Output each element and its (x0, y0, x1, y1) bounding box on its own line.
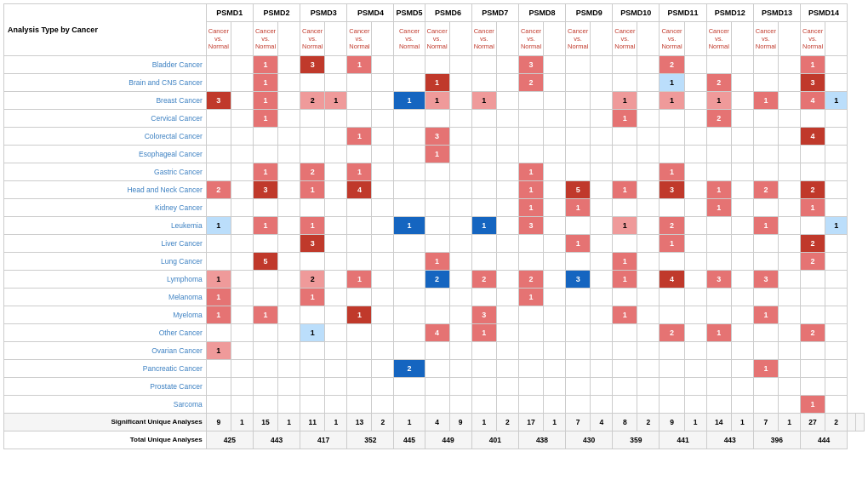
data-cell (544, 146, 566, 163)
data-cell (591, 306, 613, 324)
data-cell (372, 235, 394, 253)
sub-psmd8-b (544, 22, 566, 56)
row-label: Pancreatic Cancer (4, 360, 207, 378)
data-cell (660, 253, 684, 271)
sig-cell: 4 (591, 414, 613, 431)
data-cell (566, 163, 591, 181)
data-cell (496, 324, 518, 342)
data-cell: 2 (660, 217, 684, 235)
data-cell (566, 306, 591, 324)
data-cell: 3 (300, 235, 325, 253)
data-cell (496, 396, 518, 414)
data-cell (372, 74, 394, 92)
sig-cell: 11 (300, 414, 325, 431)
row-label: Melanoma (4, 289, 207, 306)
data-cell (753, 199, 778, 217)
data-cell: 2 (801, 181, 825, 199)
sig-cell: 14 (706, 414, 731, 431)
data-cell (231, 378, 253, 396)
data-cell: 2 (706, 74, 731, 92)
data-cell (637, 253, 660, 271)
data-cell (779, 271, 801, 289)
data-cell: 1 (706, 324, 731, 342)
data-cell (449, 146, 471, 163)
data-cell (372, 110, 394, 128)
data-cell (325, 253, 347, 271)
data-cell (684, 199, 706, 217)
data-cell (518, 235, 543, 253)
row-label: Gastric Cancer (4, 163, 207, 181)
col-psmd8: PSMD8 (518, 4, 565, 22)
data-cell (637, 235, 660, 253)
data-cell: 2 (706, 110, 731, 128)
sig-cell (856, 414, 865, 431)
data-cell (779, 217, 801, 235)
data-cell (496, 217, 518, 235)
data-cell (325, 396, 347, 414)
data-cell (253, 199, 277, 217)
data-cell (278, 253, 300, 271)
data-cell (206, 146, 231, 163)
data-cell: 4 (801, 128, 825, 146)
row-label: Prostate Cancer (4, 378, 207, 396)
data-cell (253, 128, 277, 146)
data-cell (425, 342, 449, 360)
data-cell (394, 163, 425, 181)
data-cell (544, 181, 566, 199)
table-row: Gastric Cancer12111 (4, 163, 865, 181)
sig-cell: 1 (231, 414, 253, 431)
data-cell (278, 146, 300, 163)
data-cell (591, 181, 613, 199)
data-cell: 1 (347, 56, 372, 74)
sig-cell: 27 (801, 414, 825, 431)
data-cell (544, 235, 566, 253)
sig-cell: 7 (753, 414, 778, 431)
data-cell (231, 92, 253, 110)
data-cell (544, 289, 566, 306)
data-cell (779, 342, 801, 360)
table-row: Liver Cancer3112 (4, 235, 865, 253)
data-cell (394, 74, 425, 92)
data-cell (425, 378, 449, 396)
data-cell (825, 289, 848, 306)
data-cell (394, 271, 425, 289)
data-cell (825, 74, 848, 92)
data-cell (566, 378, 591, 396)
data-cell (660, 199, 684, 217)
data-cell (731, 128, 753, 146)
data-cell (637, 289, 660, 306)
data-cell (731, 306, 753, 324)
data-cell (706, 289, 731, 306)
data-cell: 1 (425, 74, 449, 92)
sig-cell: 1 (394, 414, 425, 431)
data-cell: 1 (518, 181, 543, 199)
data-cell (471, 199, 496, 217)
data-cell: 1 (253, 74, 277, 92)
data-cell: 1 (613, 217, 637, 235)
data-cell (801, 342, 825, 360)
data-cell (278, 74, 300, 92)
data-cell (684, 306, 706, 324)
data-cell (496, 110, 518, 128)
data-cell: 1 (253, 92, 277, 110)
data-cell (372, 289, 394, 306)
data-cell (325, 324, 347, 342)
data-cell: 1 (300, 324, 325, 342)
data-cell (684, 181, 706, 199)
data-cell (425, 396, 449, 414)
data-cell (684, 324, 706, 342)
data-cell (300, 342, 325, 360)
col-psmd4: PSMD4 (347, 4, 394, 22)
header-row-1: Analysis Type by Cancer PSMD1 PSMD2 PSMD… (4, 4, 865, 22)
data-cell (231, 235, 253, 253)
data-cell (591, 217, 613, 235)
data-cell (779, 199, 801, 217)
data-cell (394, 378, 425, 396)
data-cell (544, 163, 566, 181)
data-cell (684, 360, 706, 378)
data-cell (684, 56, 706, 74)
data-cell: 1 (253, 56, 277, 74)
data-cell (637, 181, 660, 199)
data-cell (231, 289, 253, 306)
data-cell (613, 360, 637, 378)
